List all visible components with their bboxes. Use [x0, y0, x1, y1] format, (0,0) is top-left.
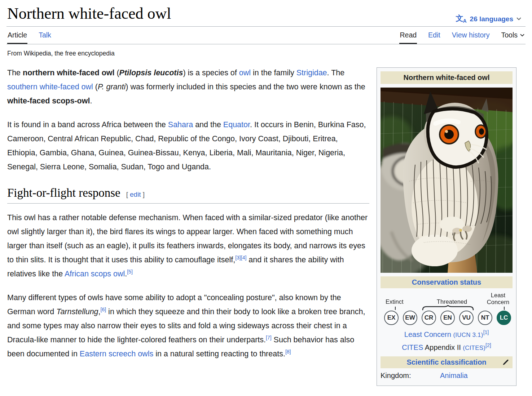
article-body: The northern white-faced owl (Ptilopsis …	[7, 66, 369, 371]
status-cr[interactable]: CR	[422, 311, 436, 325]
section-edit: [edit]	[126, 191, 145, 199]
paragraph: The northern white-faced owl (Ptilopsis …	[7, 66, 369, 108]
text-run: northern white-faced owl	[23, 68, 114, 77]
tab-label: Edit	[428, 31, 440, 39]
reference-link[interactable]: [7]	[266, 335, 272, 341]
wiki-link[interactable]: Equator	[223, 120, 250, 129]
taxonomy-value-link[interactable]: Animalia	[440, 371, 468, 380]
content-area: The northern white-faced owl (Ptilopsis …	[0, 66, 532, 386]
status-en[interactable]: EN	[440, 311, 455, 325]
status-vu[interactable]: VU	[459, 311, 474, 325]
bracket-open: [	[126, 191, 128, 198]
status-ex[interactable]: EX	[384, 311, 399, 325]
text-run: .	[90, 97, 92, 105]
status-ew[interactable]: EW	[403, 311, 417, 325]
scientific-classification-header: Scientific classification	[381, 356, 513, 368]
wikipedia-article-page: Northern white-faced owl 文A 26 languages…	[0, 4, 532, 386]
status-lc[interactable]: LC	[497, 311, 511, 325]
taxonomy-rank: Kingdom:	[381, 371, 440, 380]
tick-extinct	[395, 307, 396, 310]
label-extinct: Extinct	[386, 298, 404, 305]
reference-link[interactable]: [4]	[241, 255, 247, 261]
iucn-status-graphic: Extinct Threatened Least Concern EXEWCRE…	[381, 288, 513, 326]
paragraph: This owl has a rather notable defense me…	[7, 211, 369, 281]
text-run: in a natural setting reacting to threats…	[153, 350, 285, 358]
wiki-link[interactable]: CITES	[402, 343, 423, 351]
text-run: Ptilopsis leucotis	[119, 68, 183, 77]
tab-bar: ArticleTalk ReadEditView historyTools	[6, 27, 526, 44]
site-subtitle: From Wikipedia, the free encyclopedia	[7, 50, 525, 57]
languages-button[interactable]: 文A 26 languages	[456, 14, 521, 23]
wiki-link[interactable]: (IUCN 3.1)	[453, 332, 483, 338]
reference-link[interactable]: [6]	[101, 307, 106, 312]
text-run: in the family	[251, 68, 296, 77]
tab-article[interactable]: Article	[7, 27, 27, 44]
pencil-icon[interactable]	[502, 359, 509, 368]
text-run: Tarnstellung	[56, 307, 98, 316]
wiki-link[interactable]: (CITES)	[463, 344, 485, 351]
translate-icon: 文A	[456, 14, 466, 23]
wiki-link[interactable]: Sahara	[168, 120, 193, 129]
owl-photo[interactable]	[381, 88, 513, 273]
wiki-link[interactable]: Strigidae	[296, 68, 327, 77]
tab-tools[interactable]: Tools	[501, 27, 525, 44]
section-edit-link[interactable]: edit	[130, 191, 141, 198]
tab-read[interactable]: Read	[399, 27, 417, 44]
reference-link[interactable]: [2]	[485, 342, 491, 348]
reference-link[interactable]: [8]	[285, 349, 291, 355]
namespace-tabs: ArticleTalk	[6, 27, 52, 44]
wiki-link[interactable]: Least Concern	[404, 330, 451, 338]
threatened-brace	[422, 305, 474, 310]
tab-label: Read	[400, 31, 417, 39]
taxobox: Northern white-faced owl	[377, 67, 516, 386]
chevron-down-icon	[520, 34, 524, 37]
text-run: (	[114, 68, 119, 77]
text-run: It is found in a band across Africa betw…	[7, 120, 168, 129]
label-threatened: Threatened	[426, 298, 478, 305]
label-least-concern: Least Concern	[482, 292, 515, 306]
text-run: Appendix II	[423, 343, 463, 351]
text-run: (	[93, 83, 98, 91]
text-run: The	[7, 68, 23, 77]
languages-count: 26 languages	[470, 15, 513, 23]
reference-link[interactable]: [1]	[483, 329, 489, 335]
tab-view-history[interactable]: View history	[452, 27, 490, 44]
page-title: Northern white-faced owl	[7, 4, 525, 23]
text-run: ) is a species of	[183, 68, 239, 77]
tab-label: Article	[8, 31, 27, 39]
wiki-link[interactable]: African scops owl	[65, 270, 125, 278]
section-title: Fight-or-flight response	[7, 186, 120, 200]
tab-label: View history	[452, 31, 490, 39]
tab-label: Talk	[39, 31, 51, 39]
chevron-down-icon	[516, 17, 521, 21]
status-nt[interactable]: NT	[478, 311, 492, 325]
wiki-link[interactable]: Eastern screech owls	[80, 350, 153, 358]
status-line-cites: CITES Appendix II (CITES)[2]	[381, 343, 513, 352]
status-line-iucn: Least Concern (IUCN 3.1)[1]	[381, 330, 513, 339]
reference-link[interactable]: [5]	[127, 269, 133, 275]
status-labels: Extinct Threatened Least Concern	[384, 293, 512, 311]
tab-talk[interactable]: Talk	[38, 27, 52, 44]
bracket-close: ]	[143, 191, 145, 198]
taxonomy-row: Kingdom:Animalia	[381, 368, 513, 383]
conservation-status-header: Conservation status	[381, 276, 513, 288]
view-tabs: ReadEditView historyTools	[399, 27, 526, 44]
text-run: . The	[327, 68, 345, 77]
reference-link[interactable]: [3]	[235, 255, 241, 261]
text-run: ) was formerly included in this species …	[126, 83, 365, 91]
paragraph: Many different types of owls have some a…	[7, 291, 369, 361]
infobox-title: Northern white-faced owl	[381, 71, 513, 84]
text-run: and the	[193, 120, 223, 129]
status-circles-row: EXEWCRENVUNTLC	[384, 311, 512, 325]
tab-edit[interactable]: Edit	[428, 27, 441, 44]
classification-header-label: Scientific classification	[406, 358, 486, 366]
section-heading-row: Fight-or-flight response [edit]	[7, 186, 369, 204]
paragraph: It is found in a band across Africa betw…	[7, 118, 369, 174]
text-run: P. granti	[98, 83, 126, 91]
tab-label: Tools	[501, 31, 518, 39]
wiki-link[interactable]: southern white-faced owl	[7, 83, 93, 91]
tick-least-concern	[504, 307, 505, 310]
page-header: Northern white-faced owl 文A 26 languages	[0, 4, 532, 23]
taxonomy-rows: Kingdom:Animalia	[381, 368, 513, 383]
wiki-link[interactable]: owl	[239, 68, 251, 77]
